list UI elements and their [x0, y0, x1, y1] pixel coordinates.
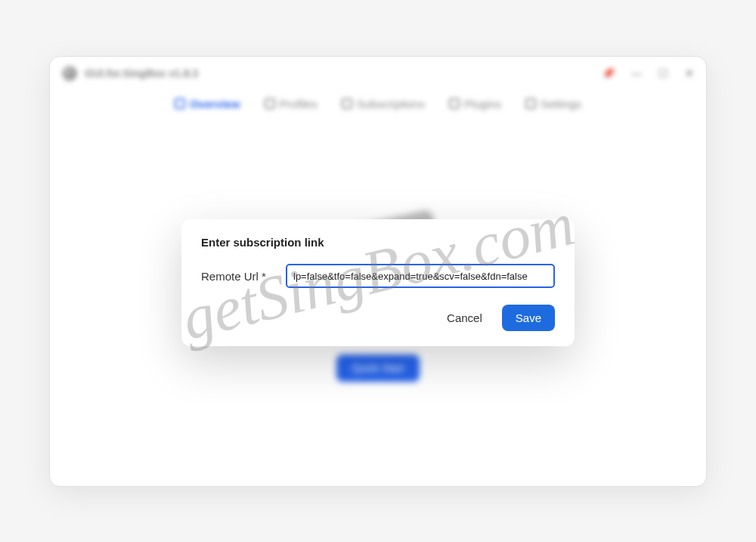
plugins-icon [449, 98, 460, 109]
maximize-button[interactable]: ☐ [658, 67, 668, 79]
get-started-button[interactable]: Quick Start [336, 355, 419, 382]
remote-url-label: Remote Url * [201, 270, 275, 283]
subscription-link-dialog: Enter subscription link Remote Url * Can… [181, 219, 575, 346]
dialog-title: Enter subscription link [201, 236, 555, 249]
save-button[interactable]: Save [502, 305, 555, 331]
titlebar: GUI.for.SingBox v1.8.3 📌 — ☐ ✕ [50, 57, 706, 90]
close-button[interactable]: ✕ [685, 67, 694, 79]
subscriptions-icon [342, 98, 352, 109]
tab-settings[interactable]: Settings [525, 98, 581, 110]
profiles-icon [265, 98, 275, 109]
pin-icon[interactable]: 📌 [602, 67, 615, 79]
dialog-actions: Cancel Save [201, 305, 555, 331]
tab-profiles[interactable]: Profiles [265, 98, 318, 110]
overview-icon [175, 98, 185, 109]
window-controls: 📌 — ☐ ✕ [602, 67, 694, 79]
tab-subscriptions[interactable]: Subscriptions [342, 98, 425, 110]
remote-url-input[interactable] [286, 264, 555, 288]
tab-settings-label: Settings [541, 98, 581, 110]
app-icon [62, 66, 77, 81]
tab-overview-label: Overview [190, 98, 240, 110]
tab-plugins-label: Plugins [464, 98, 501, 110]
tab-subscriptions-label: Subscriptions [357, 98, 425, 110]
settings-icon [525, 98, 536, 109]
tab-plugins[interactable]: Plugins [449, 98, 501, 110]
window-title: GUI.for.SingBox v1.8.3 [85, 67, 602, 79]
minimize-button[interactable]: — [631, 67, 642, 79]
cancel-button[interactable]: Cancel [438, 305, 491, 330]
tab-profiles-label: Profiles [280, 98, 318, 110]
tab-overview[interactable]: Overview [175, 98, 240, 110]
form-row: Remote Url * [201, 264, 555, 288]
